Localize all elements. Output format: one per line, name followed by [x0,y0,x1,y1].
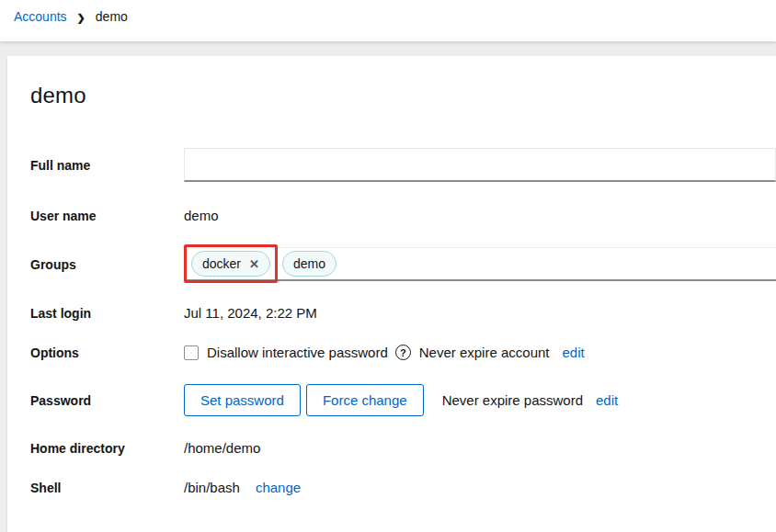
shell-label: Shell [30,481,184,495]
full-name-row: Full name [30,148,776,182]
home-directory-row: Home directory /home/demo [30,440,776,456]
user-name-value: demo [184,208,776,223]
disallow-password-checkbox[interactable] [184,345,199,360]
breadcrumb: Accounts ❯ demo [14,9,128,24]
home-directory-value: /home/demo [184,440,776,456]
options-row: Options Disallow interactive password ? … [30,345,776,360]
never-expire-password-text: Never expire password [442,392,583,408]
full-name-input[interactable] [184,148,776,182]
last-login-value: Jul 11, 2024, 2:22 PM [184,305,776,321]
full-name-label: Full name [30,158,184,173]
password-row: Password Set password Force change Never… [30,384,776,416]
shell-row: Shell /bin/bash change [30,480,776,495]
edit-password-expiry-link[interactable]: edit [596,392,618,408]
group-chip-docker: docker ✕ [191,251,270,277]
question-circle-icon[interactable]: ? [395,345,411,360]
password-label: Password [30,393,184,408]
last-login-label: Last login [30,306,184,321]
groups-row: Groups docker ✕ demo [30,247,776,281]
disallow-password-label: Disallow interactive password [207,345,388,360]
user-name-row: User name demo [30,208,776,223]
chevron-right-icon: ❯ [77,12,86,24]
never-expire-account-text: Never expire account [419,345,550,360]
group-chip-demo: demo [282,251,337,277]
groups-input[interactable]: docker ✕ demo [184,247,776,281]
breadcrumb-bar: Accounts ❯ demo [0,0,776,41]
remove-group-icon[interactable]: ✕ [249,258,259,270]
page-title: demo [30,83,776,108]
set-password-button[interactable]: Set password [184,384,301,416]
annotation-highlight-box: docker ✕ [184,244,278,283]
group-chip-label: docker [202,256,241,271]
breadcrumb-current: demo [96,9,128,24]
home-directory-label: Home directory [30,441,184,456]
breadcrumb-accounts-link[interactable]: Accounts [14,9,67,24]
account-details-card: demo Full name User name demo Groups doc… [7,56,776,532]
last-login-row: Last login Jul 11, 2024, 2:22 PM [30,305,776,321]
shell-value: /bin/bash [184,480,240,495]
edit-account-expiry-link[interactable]: edit [563,345,585,360]
options-label: Options [30,345,184,360]
groups-label: Groups [30,257,184,272]
group-chip-label: demo [293,256,325,271]
force-change-button[interactable]: Force change [306,384,424,416]
user-name-label: User name [30,209,184,223]
change-shell-link[interactable]: change [256,480,301,495]
